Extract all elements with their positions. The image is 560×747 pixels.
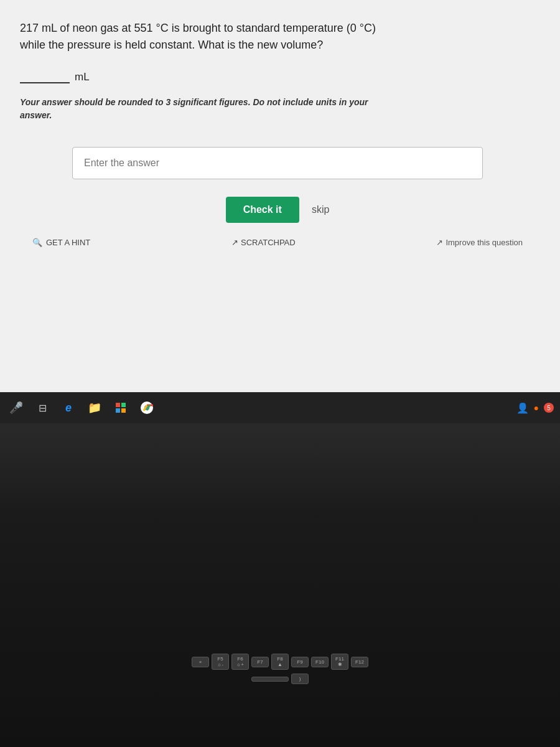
- bottom-row: 🔍 GET A HINT ↗ SCRATCHPAD ↗ Improve this…: [20, 238, 535, 247]
- taskbar-mic-icon[interactable]: 🎤: [5, 397, 27, 419]
- answer-input[interactable]: [84, 157, 471, 169]
- folder-icon: 📁: [88, 401, 101, 415]
- instructions-emphasized: Your answer should be rounded to 3 signi…: [20, 97, 368, 107]
- user-profile-icon[interactable]: 👤: [516, 402, 529, 414]
- check-it-button[interactable]: Check it: [226, 197, 299, 223]
- svg-rect-0: [116, 403, 120, 407]
- skip-button[interactable]: skip: [312, 204, 329, 215]
- answer-unit-row: mL: [20, 71, 535, 83]
- hint-icon: 🔍: [32, 238, 42, 247]
- keyboard-area: × F5☼- F6☼+ F7 F8▲ F9 F10 F11✱ F12 ): [31, 654, 529, 728]
- chrome-icon: [139, 400, 154, 415]
- status-dot: ●: [534, 403, 539, 413]
- svg-rect-3: [121, 408, 126, 413]
- improve-label: Improve this question: [446, 238, 523, 247]
- key-bracket[interactable]: [251, 677, 289, 682]
- key-f10[interactable]: F10: [311, 657, 329, 667]
- key-x[interactable]: ×: [192, 657, 209, 667]
- taskbar-chrome-icon[interactable]: [136, 397, 158, 419]
- key-f9[interactable]: F9: [291, 657, 309, 667]
- unit-label: mL: [75, 71, 90, 83]
- edge-browser-icon: e: [65, 402, 72, 415]
- question-line1: 217 mL of neon gas at 551 °C is brought …: [20, 20, 535, 37]
- taskbar-grid-icon[interactable]: [110, 397, 132, 419]
- answer-input-container[interactable]: [72, 147, 483, 179]
- action-row: Check it skip: [20, 197, 535, 223]
- get-hint-link[interactable]: 🔍 GET A HINT: [32, 238, 90, 247]
- taskbar-folder-icon[interactable]: 📁: [83, 397, 106, 419]
- improve-icon: ↗: [436, 238, 443, 247]
- mic-icon: 🎤: [9, 401, 23, 415]
- key-f5[interactable]: F5☼-: [212, 654, 229, 670]
- question-text: 217 mL of neon gas at 551 °C is brought …: [20, 20, 535, 54]
- improve-question-link[interactable]: ↗ Improve this question: [436, 238, 523, 247]
- keyboard-row-2: ): [251, 674, 309, 684]
- dark-bottom-area: × F5☼- F6☼+ F7 F8▲ F9 F10 F11✱ F12 ): [0, 423, 560, 747]
- scratchpad-link[interactable]: ↗ SCRATCHPAD: [231, 238, 296, 247]
- key-f6[interactable]: F6☼+: [231, 654, 249, 670]
- scratchpad-arrow-icon: ↗: [231, 238, 238, 247]
- hint-label: GET A HINT: [46, 238, 90, 247]
- browser-content: 217 mL of neon gas at 551 °C is brought …: [0, 0, 560, 423]
- key-f7[interactable]: F7: [251, 657, 269, 667]
- svg-rect-1: [121, 403, 126, 407]
- key-paren[interactable]: ): [291, 674, 309, 684]
- system-tray: 👤 ● 5: [516, 392, 554, 423]
- keyboard-row-1: × F5☼- F6☼+ F7 F8▲ F9 F10 F11✱ F12: [192, 654, 368, 670]
- taskbar-edge-icon[interactable]: e: [57, 397, 80, 419]
- taskbar: 🎤 ⊟ e 📁: [0, 392, 560, 423]
- svg-rect-2: [116, 408, 120, 413]
- question-line2: while the pressure is held constant. Wha…: [20, 37, 535, 54]
- answer-blank: [20, 71, 70, 83]
- instructions-answer: answer.: [20, 110, 52, 120]
- taskbar-window-icon[interactable]: ⊟: [31, 397, 54, 419]
- instructions: Your answer should be rounded to 3 signi…: [20, 96, 535, 122]
- grid-icon: [114, 402, 127, 414]
- key-f12[interactable]: F12: [351, 657, 368, 667]
- window-icon: ⊟: [39, 402, 47, 414]
- key-f8[interactable]: F8▲: [271, 654, 289, 670]
- notification-badge: 5: [544, 403, 554, 413]
- key-f11[interactable]: F11✱: [331, 654, 348, 670]
- scratchpad-label: SCRATCHPAD: [241, 238, 296, 247]
